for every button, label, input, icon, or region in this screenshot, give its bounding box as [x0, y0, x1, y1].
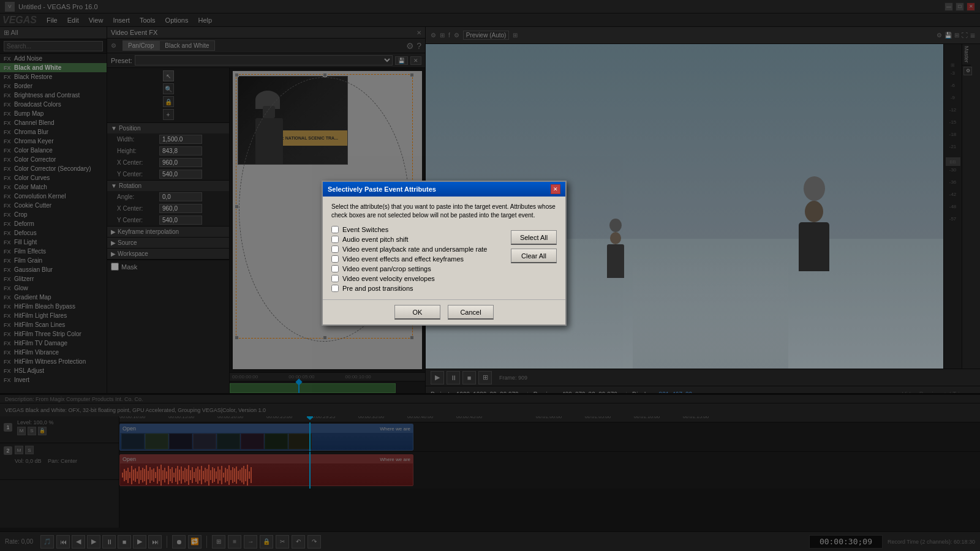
cb-video-effects[interactable] — [331, 255, 339, 263]
cancel-btn[interactable]: Cancel — [448, 305, 494, 320]
dialog-description: Select the attribute(s) that you want to… — [331, 203, 557, 220]
cb-audio-pitch-row: Audio event pitch shift — [331, 234, 502, 244]
cb-transitions-row: Pre and post transitions — [331, 283, 502, 293]
cb-video-velocity-row: Video event velocity envelopes — [331, 274, 502, 283]
cb-video-rate[interactable] — [331, 246, 339, 253]
select-all-btn[interactable]: Select All — [511, 230, 557, 245]
cb-video-pancrop-label: Video event pan/crop settings — [342, 265, 431, 272]
cb-audio-pitch-label: Audio event pitch shift — [342, 236, 409, 243]
paste-attributes-dialog: Selectively Paste Event Attributes ✕ Sel… — [322, 181, 567, 326]
cb-event-switches-row: Event Switches — [331, 225, 502, 234]
cb-video-pancrop-row: Video event pan/crop settings — [331, 264, 502, 274]
cb-video-pancrop[interactable] — [331, 265, 339, 272]
cb-video-velocity[interactable] — [331, 275, 339, 282]
cb-event-switches-label: Event Switches — [342, 226, 388, 233]
cb-video-rate-label: Video event playback rate and undersampl… — [342, 246, 487, 253]
dialog-close-btn[interactable]: ✕ — [551, 184, 560, 194]
cb-transitions-label: Pre and post transitions — [342, 285, 413, 292]
cb-video-velocity-label: Video event velocity envelopes — [342, 275, 435, 282]
dialog-body: Select the attribute(s) that you want to… — [323, 197, 565, 299]
ok-btn[interactable]: OK — [394, 305, 440, 320]
dialog-titlebar: Selectively Paste Event Attributes ✕ — [323, 182, 565, 197]
cb-video-rate-row: Video event playback rate and undersampl… — [331, 244, 502, 254]
dialog-footer: OK Cancel — [323, 299, 565, 324]
dialog-overlay: Selectively Paste Event Attributes ✕ Sel… — [0, 0, 980, 551]
clear-all-btn[interactable]: Clear All — [511, 249, 557, 263]
cb-video-effects-label: Video event effects and effect keyframes — [342, 255, 464, 263]
dialog-side-buttons: Select All Clear All — [511, 230, 557, 263]
cb-transitions[interactable] — [331, 285, 339, 292]
cb-video-effects-row: Video event effects and effect keyframes — [331, 254, 502, 264]
cb-audio-pitch[interactable] — [331, 236, 339, 243]
cb-event-switches[interactable] — [331, 226, 339, 233]
dialog-title: Selectively Paste Event Attributes — [328, 186, 436, 193]
